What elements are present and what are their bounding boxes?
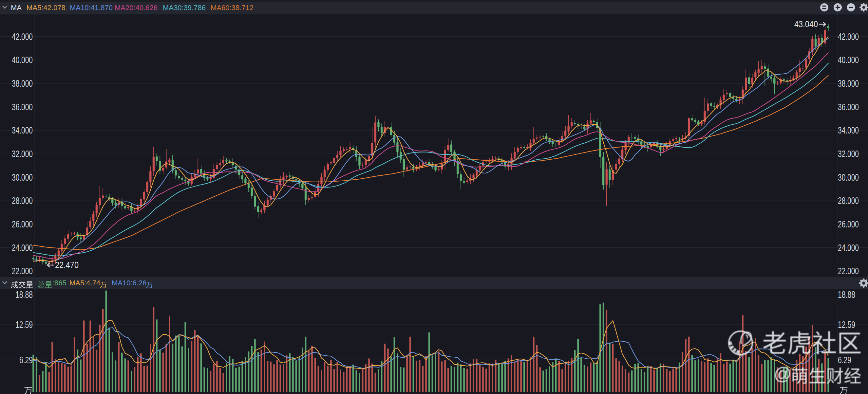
svg-text:22.000: 22.000: [12, 266, 33, 276]
svg-text:28.000: 28.000: [838, 195, 859, 206]
svg-text:26.000: 26.000: [838, 219, 859, 229]
svg-text:MA10:6.26: MA10:6.26: [112, 279, 147, 287]
svg-text:MA20:40.626: MA20:40.626: [115, 4, 158, 12]
svg-text:12.59: 12.59: [16, 319, 33, 330]
svg-text:6.29: 6.29: [19, 355, 33, 365]
svg-text:MA5:42.078: MA5:42.078: [27, 4, 65, 12]
svg-text:@: @: [774, 364, 792, 383]
svg-text:30.000: 30.000: [12, 172, 33, 183]
svg-text:43.040: 43.040: [794, 19, 818, 29]
svg-text:36.000: 36.000: [838, 102, 859, 112]
svg-text:22.470: 22.470: [55, 260, 79, 270]
svg-text:MA10:41.870: MA10:41.870: [70, 4, 113, 12]
svg-text:24.000: 24.000: [838, 242, 859, 253]
svg-text:30.000: 30.000: [838, 172, 859, 183]
svg-text:MA60:38.712: MA60:38.712: [211, 4, 253, 12]
svg-text:22.000: 22.000: [838, 266, 859, 276]
svg-text:MA5:4.74: MA5:4.74: [69, 279, 100, 287]
svg-text:42.000: 42.000: [12, 31, 33, 42]
svg-text:34.000: 34.000: [12, 125, 33, 135]
svg-text:24.000: 24.000: [12, 242, 33, 253]
svg-text::865: :865: [53, 279, 66, 287]
svg-text:32.000: 32.000: [838, 149, 859, 159]
svg-text:40.000: 40.000: [838, 55, 859, 65]
svg-text:MA: MA: [11, 4, 22, 12]
svg-text:MA30:39.786: MA30:39.786: [163, 4, 206, 12]
svg-text:28.000: 28.000: [12, 195, 33, 206]
svg-text:12.59: 12.59: [838, 319, 855, 330]
svg-text:38.000: 38.000: [12, 78, 33, 89]
svg-text:32.000: 32.000: [12, 149, 33, 159]
svg-text:40.000: 40.000: [12, 55, 33, 65]
svg-text:26.000: 26.000: [12, 219, 33, 229]
svg-text:18.88: 18.88: [838, 289, 855, 300]
svg-text:36.000: 36.000: [12, 102, 33, 112]
svg-text:38.000: 38.000: [838, 78, 859, 89]
svg-text:42.000: 42.000: [838, 31, 859, 42]
svg-text:18.88: 18.88: [16, 289, 33, 300]
svg-text:34.000: 34.000: [838, 125, 859, 135]
svg-text:6.29: 6.29: [838, 355, 851, 365]
